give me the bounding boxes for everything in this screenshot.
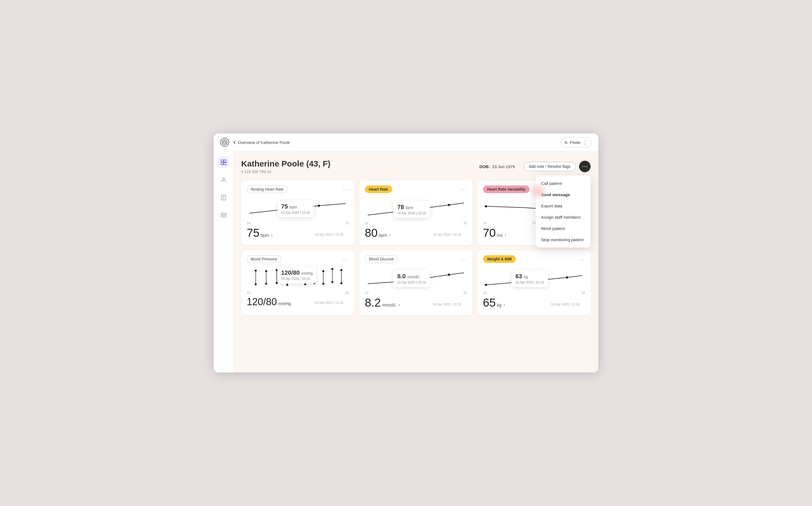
hr-chart: 78 bpm 15 Apr 2020 | 10:16 <box>365 195 467 220</box>
dob-value: 23 Jun 1979 <box>492 164 515 169</box>
card-weight-header: Weight & BMI ··· <box>483 255 585 263</box>
svg-point-20 <box>255 270 257 272</box>
main-layout: Katherine Poole (43, F) # 123 456 789 10… <box>214 151 598 372</box>
svg-point-30 <box>286 284 288 286</box>
user-menu[interactable]: K. Poole ⋮ <box>561 137 592 147</box>
sidebar <box>214 151 234 372</box>
svg-point-27 <box>276 282 278 284</box>
hr-tooltip: 78 bpm 15 Apr 2020 | 10:16 <box>393 201 430 218</box>
hr-xaxis: 1416 <box>365 221 467 225</box>
svg-point-0 <box>222 140 227 145</box>
svg-point-21 <box>255 283 257 285</box>
svg-rect-4 <box>221 163 223 165</box>
card-weight-menu[interactable]: ··· <box>579 256 585 262</box>
more-dots-icon: ⋯ <box>582 163 588 170</box>
add-note-button[interactable]: Add note / Resolve flags <box>524 162 576 171</box>
svg-point-16 <box>448 204 450 206</box>
svg-point-24 <box>265 283 267 285</box>
card-bp-header: Blood Pressure ··· <box>247 255 349 263</box>
weight-chart: 63 kg 15 Apr 2020 | 10:16 <box>483 265 585 290</box>
card-bg-menu[interactable]: ··· <box>461 256 467 262</box>
svg-point-41 <box>322 270 325 272</box>
dropdown-move-patient[interactable]: Move patient <box>536 223 591 234</box>
hrv-badge: Heart Rate Variability <box>483 185 530 193</box>
svg-point-48 <box>340 282 343 284</box>
patient-actions: Add note / Resolve flags ⋯ Call patient … <box>524 161 591 172</box>
main-content: Katherine Poole (43, F) # 123 456 789 10… <box>234 151 598 372</box>
card-hr-menu[interactable]: ··· <box>461 186 467 192</box>
weight-tooltip: 63 kg 15 Apr 2020 | 10:16 <box>512 270 548 287</box>
sidebar-item-patient[interactable] <box>218 174 229 185</box>
bp-badge: Blood Pressure <box>247 255 281 263</box>
weight-badge: Weight & BMI <box>483 255 516 263</box>
sidebar-item-dashboard[interactable] <box>218 157 229 168</box>
card-resting-heart-rate: Resting Heart Rate ··· 75 bpm 15 Apr 202… <box>241 180 354 245</box>
svg-rect-5 <box>224 163 226 165</box>
svg-point-1 <box>223 141 226 143</box>
card-blood-pressure: Blood Pressure ··· <box>241 250 354 315</box>
svg-point-17 <box>485 205 487 207</box>
resting-hr-badge: Resting Heart Rate <box>247 185 288 193</box>
patient-dob: DOB: 23 Jun 1979 <box>479 164 515 169</box>
user-label: K. Poole <box>565 140 580 145</box>
svg-point-45 <box>331 281 334 283</box>
svg-point-14 <box>318 205 320 207</box>
patient-id: # 123 456 789 10 <box>241 169 470 174</box>
svg-point-50 <box>448 274 450 276</box>
app-window: Overview of Katherine Poole K. Poole ⋮ <box>214 134 598 372</box>
dropdown-menu: Call patient Send message Export data As… <box>536 176 591 248</box>
patient-name: Katherine Poole (43, F) <box>241 159 470 168</box>
svg-rect-2 <box>221 160 223 162</box>
sidebar-item-notes[interactable] <box>218 192 229 203</box>
card-resting-hr-header: Resting Heart Rate ··· <box>247 185 349 193</box>
resting-hr-tooltip: 75 bpm 15 Apr 2020 | 10:16 <box>277 200 314 217</box>
card-bp-menu[interactable]: ··· <box>343 256 349 262</box>
header-title: Overview of Katherine Poole <box>238 140 290 145</box>
dropdown-call-patient[interactable]: Call patient <box>536 178 591 189</box>
svg-point-6 <box>222 178 225 180</box>
hr-badge: Heart Rate <box>365 185 392 193</box>
header: Overview of Katherine Poole K. Poole ⋮ <box>214 134 598 151</box>
svg-point-52 <box>566 276 568 278</box>
bp-xaxis: 1416 <box>247 291 349 295</box>
dropdown-send-message[interactable]: Send message <box>536 189 591 200</box>
card-blood-glucose: Blood Glucose ··· 8.0 mmol/L 15 Apr 2020… <box>359 250 472 315</box>
resting-hr-chart: 75 bpm 15 Apr 2020 | 10:16 <box>247 195 349 220</box>
resting-hr-xaxis: 1416 <box>247 221 349 225</box>
user-menu-dots: ⋮ <box>582 139 588 145</box>
svg-point-23 <box>265 270 267 272</box>
card-bg-header: Blood Glucose ··· <box>365 255 467 263</box>
svg-point-47 <box>340 269 343 271</box>
dob-label: DOB: <box>479 164 490 169</box>
card-resting-hr-menu[interactable]: ··· <box>343 186 349 192</box>
app-logo <box>220 138 229 147</box>
bg-badge: Blood Glucose <box>365 255 398 263</box>
bg-chart: 8.0 mmol/L 15 Apr 2020 | 10:16 <box>365 265 467 290</box>
patient-info: Katherine Poole (43, F) # 123 456 789 10 <box>241 159 470 174</box>
bg-tooltip: 8.0 mmol/L 15 Apr 2020 | 10:16 <box>393 270 430 287</box>
dropdown-assign-staff[interactable]: Assign staff members <box>536 212 591 223</box>
svg-point-36 <box>304 283 306 285</box>
svg-rect-3 <box>224 160 226 162</box>
bp-chart: 120/80 mmHg 15 Apr 2020 | 10:16 <box>247 265 349 290</box>
svg-point-42 <box>322 283 325 285</box>
sidebar-item-imaging[interactable] <box>218 209 229 221</box>
card-weight-bmi: Weight & BMI ··· 63 kg 15 Apr 2020 | 10:… <box>477 250 591 315</box>
patient-header: Katherine Poole (43, F) # 123 456 789 10… <box>241 159 591 174</box>
dropdown-stop-monitoring[interactable]: Stop monitoring patient <box>536 234 591 245</box>
back-navigation[interactable]: Overview of Katherine Poole <box>233 140 290 145</box>
card-heart-rate: Heart Rate ··· 78 bpm 15 Apr 2020 | 10:1… <box>359 180 472 245</box>
bg-xaxis: 1416 <box>365 291 467 295</box>
weight-xaxis: 1416 <box>483 291 585 295</box>
bp-tooltip: 120/80 mmHg 15 Apr 2020 | 10:16 <box>277 266 317 283</box>
svg-point-44 <box>331 268 334 270</box>
more-options-button[interactable]: ⋯ <box>579 161 591 172</box>
svg-point-51 <box>485 284 487 286</box>
card-hr-header: Heart Rate ··· <box>365 185 467 193</box>
dropdown-export-data[interactable]: Export data <box>536 200 591 212</box>
svg-point-12 <box>222 214 223 216</box>
